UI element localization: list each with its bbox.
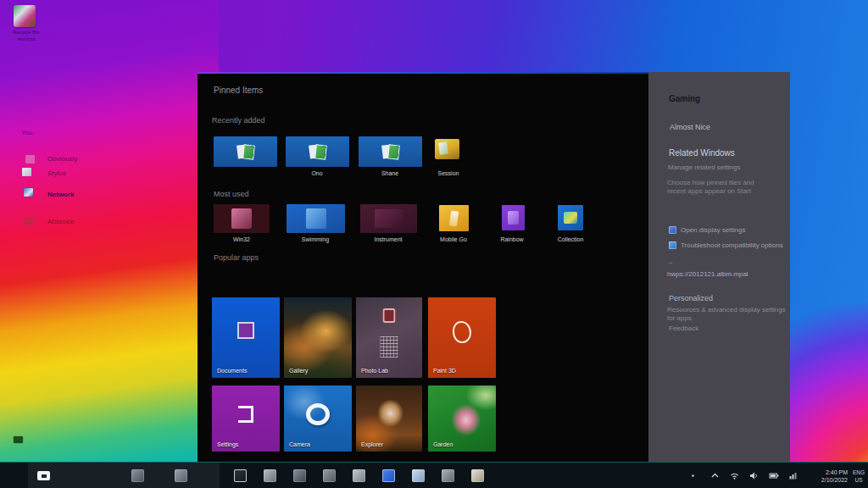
language-indicator[interactable]: ENG US xyxy=(851,469,866,484)
desktop-item-label[interactable]: Absence xyxy=(47,218,74,225)
tray-dot-icon[interactable] xyxy=(692,474,694,477)
tile-pinned-2[interactable] xyxy=(286,136,349,167)
taskbar-app-2-icon[interactable] xyxy=(264,469,276,482)
shortcut-icon[interactable] xyxy=(25,217,34,225)
taskbar-app-6-icon-active[interactable] xyxy=(382,469,395,482)
tile-label: Instrument xyxy=(374,236,402,242)
tile-app-4[interactable] xyxy=(439,205,469,231)
tile-app-6[interactable] xyxy=(558,205,583,230)
desktop-item-label[interactable]: You xyxy=(21,129,33,136)
app-icon xyxy=(306,208,326,229)
tile-label: Settings xyxy=(217,441,238,447)
badge-icon xyxy=(383,308,396,323)
start-panel: Pinned Items Recently added Ono Shane Se… xyxy=(198,72,648,462)
app-icon xyxy=(449,210,459,226)
tile-app-1[interactable] xyxy=(214,204,270,233)
start-button[interactable] xyxy=(37,471,50,480)
tile-large-6[interactable]: Camera xyxy=(284,385,352,452)
sidebar-description: Choose how pinned tiles and recent apps … xyxy=(667,179,774,196)
tile-label: Rainbow xyxy=(500,236,523,242)
tile-label: Ono xyxy=(311,170,322,176)
tile-label: Collection xyxy=(558,236,584,242)
section-title-recently-added: Recently added xyxy=(212,116,265,125)
shortcut-icon[interactable] xyxy=(25,155,35,164)
tile-large-4[interactable]: Paint 3D xyxy=(428,297,496,378)
language-line2: US xyxy=(851,476,866,484)
taskbar-app-3-icon[interactable] xyxy=(293,469,306,482)
taskbar-app-8-icon[interactable] xyxy=(442,469,454,482)
sidebar-subtitle: Almost Nice xyxy=(670,123,710,131)
clock-time: 2:40 PM xyxy=(804,469,848,476)
sidebar-footer-line: Resources & advanced display settings fo… xyxy=(667,306,786,323)
shortcut-icon[interactable] xyxy=(22,168,31,176)
sidebar-caption: Manage related settings xyxy=(668,164,740,171)
desktop-item-label[interactable]: Network xyxy=(47,191,75,198)
sidebar-section-title: Related Windows xyxy=(669,148,735,158)
tile-label: Paint 3D xyxy=(433,368,456,374)
taskbar-app-7-icon[interactable] xyxy=(412,469,425,482)
recycle-bin-label: Recycle Bin shortcut xyxy=(2,29,51,42)
chevron-up-icon[interactable] xyxy=(710,471,720,480)
tile-large-5[interactable]: Settings xyxy=(212,385,280,452)
tile-label: Explorer xyxy=(361,441,383,447)
start-icon xyxy=(42,474,47,478)
documents-icon xyxy=(381,144,401,160)
clock-date: 2/10/2022 xyxy=(804,476,848,484)
volume-icon[interactable] xyxy=(749,471,759,480)
taskbar-app-1-icon[interactable] xyxy=(234,469,247,482)
search-icon[interactable] xyxy=(131,469,144,482)
tile-pinned-1[interactable] xyxy=(214,136,277,167)
start-panel-title: Pinned Items xyxy=(214,86,263,95)
folder-icon[interactable] xyxy=(14,436,23,443)
network-icon[interactable] xyxy=(788,471,798,480)
desktop: Recycle Bin shortcut You Obviously Stylu… xyxy=(0,0,868,488)
tile-large-2[interactable]: Gallery xyxy=(284,297,352,378)
sidebar-link-label: Open display settings xyxy=(681,226,746,234)
app-icon xyxy=(231,208,252,229)
tile-pinned-3[interactable] xyxy=(359,136,422,167)
network-shortcut-icon[interactable] xyxy=(24,188,33,197)
task-view-icon[interactable] xyxy=(175,469,187,482)
window-icon xyxy=(669,241,676,249)
tile-large-7[interactable]: Explorer xyxy=(356,385,422,452)
tile-label: Photo Lab xyxy=(361,368,388,374)
tile-large-3[interactable]: Photo Lab xyxy=(356,297,422,378)
tile-large-1[interactable]: Documents xyxy=(212,297,280,378)
taskbar-highlight-strip xyxy=(28,463,220,488)
tile-label: Documents xyxy=(217,368,247,374)
sidebar-link-label: Troubleshoot compatibility options xyxy=(681,241,783,249)
camera-icon xyxy=(306,403,330,425)
battery-icon[interactable] xyxy=(769,471,779,480)
tile-pinned-4[interactable] xyxy=(435,139,459,159)
sidebar-link-display-settings[interactable]: Open display settings xyxy=(669,226,746,234)
tile-large-8[interactable]: Garden xyxy=(428,385,496,452)
tile-label: Gallery xyxy=(289,368,308,374)
desktop-item-label[interactable]: Obviously xyxy=(47,155,77,163)
sidebar-url-link[interactable]: hwps://2012121.albm.mpal xyxy=(667,270,748,278)
settings-sidebar: Gaming Almost Nice Related Windows Manag… xyxy=(648,72,790,462)
taskbar: 2:40 PM 2/10/2022 ENG US xyxy=(0,462,868,488)
window-icon xyxy=(669,226,676,234)
tile-app-3[interactable] xyxy=(360,204,417,233)
clock[interactable]: 2:40 PM 2/10/2022 xyxy=(804,469,848,484)
tile-label: Shane xyxy=(381,170,398,176)
taskbar-app-9-icon[interactable] xyxy=(471,469,484,482)
sidebar-footer-caption[interactable]: Feedback xyxy=(669,324,698,332)
desktop-item-label[interactable]: Stylus xyxy=(47,169,66,177)
taskbar-app-4-icon[interactable] xyxy=(323,469,336,482)
recycle-bin-icon[interactable] xyxy=(14,5,36,27)
sidebar-title: Gaming xyxy=(669,94,700,103)
tile-label: Camera xyxy=(289,441,310,447)
app-icon xyxy=(237,322,254,339)
sidebar-link-troubleshoot[interactable]: Troubleshoot compatibility options xyxy=(669,241,783,249)
wifi-icon[interactable] xyxy=(730,471,739,480)
qr-grid-icon xyxy=(381,336,398,358)
tile-app-2[interactable] xyxy=(287,204,345,233)
sidebar-footer-title: Personalized xyxy=(669,294,713,302)
tile-label: Session xyxy=(438,170,459,176)
tile-app-5[interactable] xyxy=(502,205,525,230)
taskbar-app-5-icon[interactable] xyxy=(353,469,365,482)
app-icon xyxy=(564,212,577,224)
panel-accent-line xyxy=(198,72,648,74)
app-icon xyxy=(508,211,519,225)
